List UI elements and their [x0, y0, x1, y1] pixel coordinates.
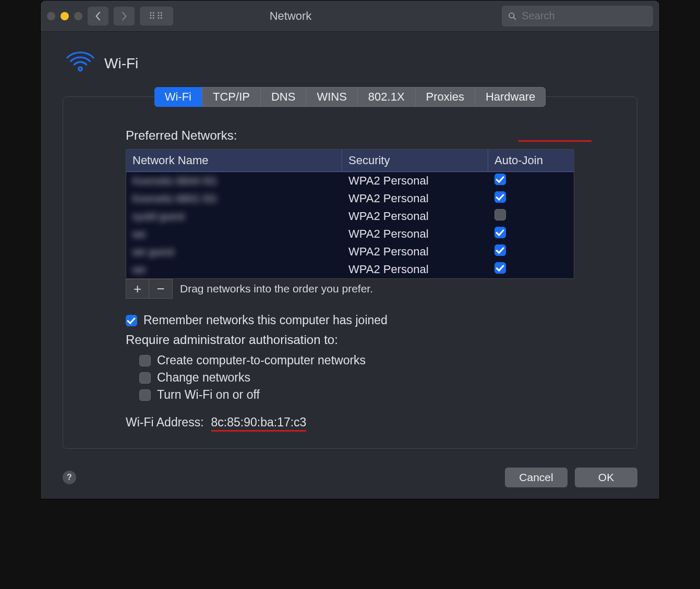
admin-option-label: Turn Wi-Fi on or off [157, 388, 260, 402]
svg-point-0 [509, 13, 514, 18]
autojoin-checkbox[interactable] [494, 209, 506, 220]
drag-hint: Drag networks into the order you prefer. [180, 283, 373, 295]
network-security: WPA2 Personal [342, 245, 488, 259]
search-icon [508, 11, 516, 21]
window-title: Network [85, 9, 497, 23]
admin-option[interactable]: Turn Wi-Fi on or off [139, 388, 574, 402]
network-name: Keenetic-6844-5G [132, 175, 217, 187]
tab-wins[interactable]: WINS [306, 87, 357, 107]
network-security: WPA2 Personal [342, 192, 488, 205]
admin-option[interactable]: Create computer-to-computer networks [139, 353, 574, 367]
footer: ? Cancel OK [41, 459, 659, 499]
autojoin-checkbox[interactable] [494, 191, 506, 203]
wifi-address-label: Wi-Fi Address: [126, 415, 204, 430]
add-remove-group: + − [126, 279, 173, 299]
autojoin-checkbox[interactable] [494, 227, 506, 238]
tab-8021x[interactable]: 802.1X [358, 87, 416, 107]
content-area: Wi-Fi Wi-FiTCP/IPDNSWINS802.1XProxiesHar… [41, 32, 659, 459]
hardware-underline-annotation [518, 140, 592, 142]
admin-checkbox[interactable] [139, 372, 151, 384]
address-underline-annotation [211, 430, 307, 432]
preferred-networks-table[interactable]: Network Name Security Auto-Join Keenetic… [126, 149, 574, 279]
network-security: WPA2 Personal [342, 174, 488, 188]
admin-checkbox[interactable] [139, 355, 151, 366]
tab-dns[interactable]: DNS [261, 87, 306, 107]
wifi-panel: Preferred Networks: Network Name Securit… [63, 96, 637, 449]
admin-option-label: Change networks [157, 371, 250, 385]
autojoin-checkbox[interactable] [494, 174, 506, 185]
options: Remember networks this computer has join… [126, 313, 574, 430]
zoom-window-icon[interactable] [74, 12, 82, 20]
ok-button[interactable]: OK [575, 468, 637, 487]
network-name: sysld guest [132, 211, 185, 222]
minimize-window-icon[interactable] [61, 12, 69, 20]
network-security: WPA2 Personal [342, 263, 488, 276]
search-input[interactable] [521, 9, 647, 22]
tab-tcpip[interactable]: TCP/IP [202, 87, 261, 107]
remove-network-button[interactable]: − [149, 279, 172, 298]
remember-label: Remember networks this computer has join… [143, 313, 388, 327]
network-name: we [132, 228, 146, 240]
col-autojoin[interactable]: Auto-Join [488, 150, 574, 171]
tab-proxies[interactable]: Proxies [416, 87, 475, 107]
admin-checkbox[interactable] [139, 389, 151, 401]
svg-line-1 [513, 17, 516, 20]
pane-header: Wi-Fi [66, 52, 637, 76]
add-network-button[interactable]: + [126, 279, 149, 298]
network-security: WPA2 Personal [342, 210, 488, 223]
remember-networks-option[interactable]: Remember networks this computer has join… [126, 313, 574, 327]
tab-hardware[interactable]: Hardware [475, 87, 546, 107]
network-name: we guest [132, 246, 174, 257]
admin-option[interactable]: Change networks [139, 371, 574, 385]
table-header: Network Name Security Auto-Join [126, 150, 574, 172]
autojoin-checkbox[interactable] [494, 244, 506, 256]
table-controls: + − Drag networks into the order you pre… [126, 279, 574, 299]
network-name: we [132, 264, 146, 275]
pane-title: Wi-Fi [104, 55, 138, 72]
wifi-icon [66, 52, 95, 76]
preferred-networks-label: Preferred Networks: [126, 128, 574, 143]
admin-auth-label: Require administrator authorisation to: [126, 333, 574, 347]
table-row[interactable]: we guestWPA2 Personal [126, 243, 574, 261]
autojoin-checkbox[interactable] [494, 262, 506, 274]
admin-option-label: Create computer-to-computer networks [157, 353, 366, 367]
table-row[interactable]: weWPA2 Personal [126, 225, 574, 243]
table-row[interactable]: Keenetic-6801-5GWPA2 Personal [126, 190, 574, 207]
col-network-name[interactable]: Network Name [126, 150, 342, 171]
col-security[interactable]: Security [342, 150, 488, 171]
network-name: Keenetic-6801-5G [132, 193, 217, 204]
titlebar: ⠿⠿ Network [41, 1, 659, 32]
cancel-button[interactable]: Cancel [505, 468, 568, 487]
search-field[interactable] [502, 6, 653, 27]
network-security: WPA2 Personal [342, 227, 488, 241]
wifi-address-row: Wi-Fi Address: 8c:85:90:ba:17:c3 [126, 415, 574, 430]
table-row[interactable]: sysld guestWPA2 Personal [126, 207, 574, 225]
remember-checkbox[interactable] [126, 315, 137, 326]
wifi-address-value: 8c:85:90:ba:17:c3 [211, 415, 307, 430]
traffic-lights [47, 12, 82, 20]
table-row[interactable]: weWPA2 Personal [126, 261, 574, 278]
network-prefs-window: ⠿⠿ Network Wi-Fi Wi-FiTCP/IPDNSWINS802.1… [40, 0, 660, 499]
table-row[interactable]: Keenetic-6844-5GWPA2 Personal [126, 172, 574, 190]
close-window-icon[interactable] [47, 12, 55, 20]
tab-wifi[interactable]: Wi-Fi [154, 87, 202, 107]
help-button[interactable]: ? [63, 471, 76, 484]
